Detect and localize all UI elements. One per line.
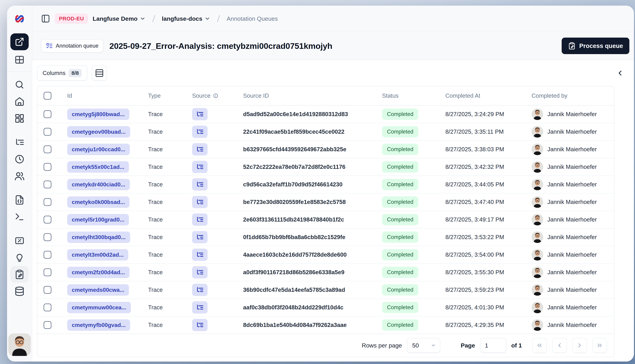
sidebar-item-evaluation[interactable] <box>10 232 29 249</box>
search-icon <box>15 80 25 90</box>
row-checkbox[interactable] <box>44 128 51 136</box>
row-checkbox[interactable] <box>44 146 51 153</box>
item-id-badge[interactable]: cmetyko0k00bsad... <box>67 196 129 208</box>
item-id-badge[interactable]: cmetylht300bqad0... <box>67 232 130 243</box>
item-type: Trace <box>148 111 163 118</box>
list-tree-icon <box>196 198 204 206</box>
source-trace-button[interactable] <box>192 126 207 138</box>
sidebar-item-users[interactable] <box>10 168 29 184</box>
source-trace-button[interactable] <box>192 178 207 190</box>
sidebar-item-playground[interactable] <box>10 208 29 225</box>
source-trace-button[interactable] <box>192 266 207 278</box>
sidebar-item-prompts[interactable] <box>10 192 29 208</box>
next-page-button[interactable] <box>572 338 587 353</box>
table-row[interactable]: cmetyl5r100grad0... Trace 2e603f31361115… <box>37 211 614 228</box>
table-row[interactable]: cmetymyfb00gvad... Trace 8dc69b1ba1e540b… <box>37 316 614 334</box>
source-trace-button[interactable] <box>192 143 207 156</box>
item-id-badge[interactable]: cmetygeov00buad... <box>67 126 130 138</box>
chevron-down-icon <box>431 343 436 348</box>
table-row[interactable]: cmetylht300bqad0... Trace 0f1dd65b7bb9bf… <box>37 228 614 246</box>
layout-dashboard-icon <box>15 113 25 124</box>
previous-page-button[interactable] <box>552 338 567 353</box>
source-trace-button[interactable] <box>192 161 207 173</box>
table-row[interactable]: cmetyg5j800bwad... Trace d5ad9d52a00c6e1… <box>37 106 614 123</box>
sidebar-item-dashboards[interactable] <box>10 110 29 127</box>
table-row[interactable]: cmetym2fz00d4ad... Trace a0df3f901167218… <box>37 264 614 281</box>
item-id-badge[interactable]: cmetymeds00cwa... <box>67 284 129 296</box>
item-id-badge[interactable]: cmetyl5r100grad0... <box>67 214 129 226</box>
user-avatar[interactable] <box>8 334 31 356</box>
info-icon[interactable] <box>213 93 218 98</box>
table-row[interactable]: cmetyk55x00c1ad... Trace 52c72c2222ea78e… <box>37 158 614 176</box>
process-queue-button[interactable]: Process queue <box>562 38 629 54</box>
item-id-badge[interactable]: cmetymyfb00gvad... <box>67 320 130 331</box>
rows-per-page-select[interactable]: 50 <box>407 338 440 353</box>
source-trace-button[interactable] <box>192 248 207 261</box>
sidebar-item-datasets[interactable] <box>10 283 29 300</box>
table-row[interactable]: cmetymmuw00cea... Trace aaf0c38db0f3f204… <box>37 299 614 316</box>
source-id: 52c72c2222ea78e0b7a72d8f2e0c1176 <box>243 164 345 170</box>
status-badge: Completed <box>382 232 418 243</box>
source-trace-button[interactable] <box>192 196 207 208</box>
project-selector[interactable]: langfuse-docs <box>162 15 210 22</box>
table-row[interactable]: cmetygeov00buad... Trace 22c41f09acae5b1… <box>37 123 614 141</box>
breadcrumb: PROD-EU Langfuse Demo langfuse-docs <box>32 6 634 32</box>
sidebar-item-annotation-queues[interactable] <box>10 266 29 283</box>
row-checkbox[interactable] <box>44 110 51 118</box>
source-trace-button[interactable] <box>192 319 207 331</box>
completed-by-name: Jannik Maierhoefer <box>547 164 597 170</box>
item-id-badge[interactable]: cmetyju1r00ccad0... <box>67 144 130 155</box>
open-external-button[interactable] <box>10 34 29 50</box>
collapse-panel-button[interactable] <box>614 67 626 79</box>
row-checkbox[interactable] <box>44 304 51 311</box>
page-number-input[interactable] <box>480 338 506 353</box>
columns-button[interactable]: Columns 8/8 <box>37 66 87 81</box>
sidebar-item-search[interactable] <box>10 76 29 93</box>
row-checkbox[interactable] <box>44 251 51 258</box>
completed-at: 8/27/2025, 4:29:35 PM <box>445 322 504 328</box>
source-trace-button[interactable] <box>192 284 207 296</box>
sidebar-toggle-button[interactable] <box>41 14 50 23</box>
source-trace-button[interactable] <box>192 108 207 120</box>
item-id-badge[interactable]: cmetylt3m00d2ad... <box>67 249 128 260</box>
list-tree-icon <box>196 110 204 118</box>
last-page-button[interactable] <box>592 338 607 353</box>
item-id-badge[interactable]: cmetykdr400ciad0... <box>67 179 130 190</box>
item-id-badge[interactable]: cmetymmuw00cea... <box>67 302 131 313</box>
table-row[interactable]: cmetyju1r00ccad0... Trace b63297665cfd44… <box>37 141 614 158</box>
source-trace-button[interactable] <box>192 214 207 226</box>
table-row[interactable]: cmetyko0k00bsad... Trace be7723e30d80205… <box>37 194 614 211</box>
rows-per-page-label: Rows per page <box>362 342 402 349</box>
row-checkbox[interactable] <box>44 286 51 294</box>
item-id-badge[interactable]: cmetym2fz00d4ad... <box>67 267 129 278</box>
completed-at: 8/27/2025, 4:01:30 PM <box>445 304 504 311</box>
first-page-button[interactable] <box>532 338 547 353</box>
row-checkbox[interactable] <box>44 198 51 206</box>
sidebar-item-tables[interactable] <box>10 51 29 68</box>
row-checkbox[interactable] <box>44 180 51 188</box>
row-checkbox[interactable] <box>44 216 51 224</box>
table-row[interactable]: cmetykdr400ciad0... Trace c9d56ca32efaff… <box>37 176 614 194</box>
sidebar-item-home[interactable] <box>10 93 29 110</box>
org-selector[interactable]: Langfuse Demo <box>93 15 146 22</box>
row-checkbox[interactable] <box>44 163 51 171</box>
completed-by-name: Jannik Maierhoefer <box>547 181 597 188</box>
item-id-badge[interactable]: cmetyk55x00c1ad... <box>67 161 129 173</box>
select-all-checkbox[interactable] <box>44 92 51 100</box>
breadcrumb-slash <box>150 14 157 23</box>
item-id-badge[interactable]: cmetyg5j800bwad... <box>67 108 129 120</box>
row-checkbox[interactable] <box>44 268 51 276</box>
table-row[interactable]: cmetymeds00cwa... Trace 36b90cdfc47e5da1… <box>37 281 614 299</box>
source-trace-button[interactable] <box>192 231 207 243</box>
row-checkbox[interactable] <box>44 233 51 241</box>
sidebar-item-insights[interactable] <box>10 249 29 266</box>
sidebar-item-tracing[interactable] <box>10 134 29 151</box>
org-logo <box>14 15 25 23</box>
sidebar-item-sessions[interactable] <box>10 151 29 168</box>
source-trace-button[interactable] <box>192 301 207 314</box>
row-checkbox[interactable] <box>44 321 51 329</box>
row-height-button[interactable] <box>92 66 107 81</box>
status-badge: Completed <box>382 179 418 190</box>
table-row[interactable]: cmetylt3m00d2ad... Trace 4aaece1603cb2e1… <box>37 246 614 264</box>
completed-at: 8/27/2025, 3:38:03 PM <box>445 146 504 153</box>
